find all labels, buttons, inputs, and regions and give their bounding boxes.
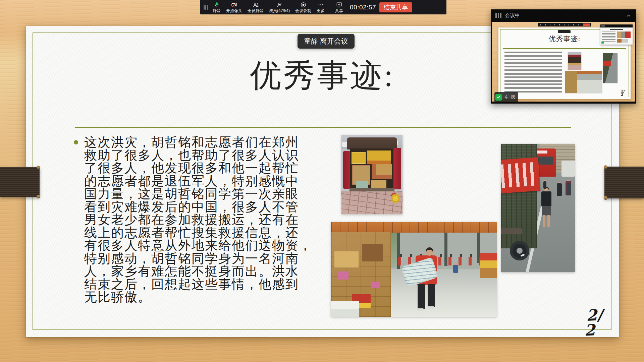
wood-ceiling — [331, 222, 497, 233]
mute-all-icon — [253, 2, 259, 8]
mute-all-button[interactable]: 全员静音 — [245, 0, 266, 14]
supply-box — [372, 164, 392, 179]
title-divider — [75, 127, 571, 128]
bystander — [557, 183, 562, 196]
screen-share-preview: 优秀事迹: 2/ 2 — [491, 22, 636, 103]
supply-box — [352, 152, 366, 164]
share-screen-icon — [336, 2, 342, 8]
ribbon-rivet — [604, 196, 607, 200]
preview-window-header[interactable]: 会议中 — [491, 9, 636, 22]
self-video-label: 我 — [494, 92, 518, 102]
page-number: 2/ 2 — [586, 307, 618, 338]
supply-box — [371, 180, 386, 189]
camera-off-icon — [231, 2, 237, 8]
members-button[interactable]: 成员(47/54) — [266, 0, 292, 14]
red-banner — [501, 157, 540, 193]
mute-button[interactable]: 静音 — [210, 0, 223, 14]
meeting-toolbar: 静音 开摄像头 全员静音 成员(47/54) — [200, 0, 446, 14]
record-button[interactable]: 会议录制 — [292, 0, 314, 14]
desktop: 优秀事迹: 这次洪灾，胡哲铭和志愿者们在郑州 救助了很多人，也帮助了很多人认识 … — [0, 0, 644, 362]
collapse-button[interactable] — [626, 13, 632, 19]
record-icon — [300, 2, 307, 8]
chevron-up-icon — [626, 13, 632, 19]
open-tailgate — [347, 137, 397, 149]
toolbar-drag-handle[interactable] — [204, 5, 208, 10]
ribbon-rivet — [37, 195, 40, 198]
crowd — [400, 254, 492, 257]
mini-photo-hall — [565, 71, 602, 93]
photo-banner-truck — [501, 144, 575, 272]
van-red-side — [343, 151, 350, 189]
self-name-label: 我 — [511, 94, 515, 100]
ribbon-rivet — [604, 165, 607, 169]
bystander — [541, 187, 553, 191]
stacked-supply-boxes — [331, 232, 391, 317]
mini-toast — [558, 30, 571, 33]
nested-green-indicator — [601, 42, 604, 44]
more-button[interactable]: 更多 — [314, 0, 327, 14]
white-van — [561, 161, 575, 177]
volunteer-walking — [453, 265, 458, 273]
bullet-dot — [74, 140, 78, 144]
mini-toolbar — [538, 23, 591, 26]
bystander-backpack — [566, 181, 571, 195]
more-icon — [318, 2, 324, 8]
self-mic-icon — [504, 95, 508, 100]
photo-van-trunk — [341, 135, 402, 214]
van-red-side — [393, 148, 401, 189]
supply-box — [367, 150, 391, 164]
nested-preview-window — [600, 24, 633, 45]
window-drag-handle-icon — [495, 13, 501, 18]
share-button[interactable]: 共享 — [332, 0, 346, 14]
members-icon — [276, 2, 283, 8]
member-left-toast: 童静 离开会议 — [298, 34, 355, 49]
photo-volunteers-hall — [331, 222, 497, 317]
banner-text-marks — [501, 162, 537, 188]
child — [543, 181, 546, 189]
mini-photo-van — [568, 52, 581, 70]
slide-body-text: 这次洪灾，胡哲铭和志愿者们在郑州 救助了很多人，也帮助了很多人认识 了很多人，他… — [84, 136, 312, 304]
microphone-icon — [214, 2, 220, 8]
mini-page-number: 2/ 2 — [621, 90, 629, 93]
ribbon-rivet — [37, 166, 40, 169]
mini-body-text — [504, 52, 562, 93]
mini-end-share-chip — [583, 23, 590, 26]
meeting-preview-window[interactable]: 会议中 优秀事迹: 2/ 2 — [491, 9, 636, 104]
boxes-right — [480, 253, 497, 278]
preview-window-title: 会议中 — [505, 12, 520, 19]
mini-photo-truck — [603, 53, 618, 83]
screen-sharing-indicator-icon — [495, 94, 502, 101]
camera-on-button[interactable]: 开摄像头 — [223, 0, 245, 14]
meeting-timer: 00:02:57 — [350, 4, 376, 11]
scroll-ribbon-right — [604, 167, 644, 198]
yellow-cart-wheel — [391, 194, 400, 203]
scroll-ribbon-left — [0, 167, 40, 197]
van-interior — [350, 148, 393, 189]
end-share-button[interactable]: 结束共享 — [379, 2, 412, 12]
volunteer-head — [426, 247, 433, 256]
toolbar-separator — [330, 3, 330, 11]
water-bottles — [356, 181, 368, 189]
